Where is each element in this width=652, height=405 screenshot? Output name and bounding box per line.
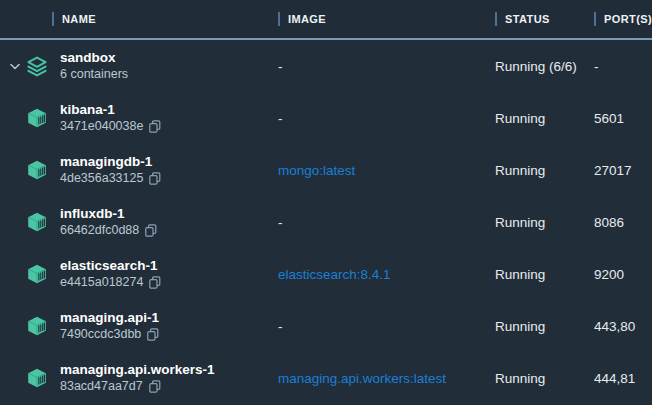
container-name: managing.api.workers-1 [60,362,215,378]
container-id: 83acd47aa7d7 [60,378,143,394]
column-header-image-label: IMAGE [288,13,326,25]
name-cell: elasticsearch-1 e4415a018274 [0,248,270,300]
container-id: 7490ccdc3dbb [60,326,141,342]
expand-toggle[interactable] [6,63,26,70]
ports-cell: - [586,40,652,92]
status-cell: Running (6/6) [487,40,586,92]
ports-cell: 8086 [586,196,652,248]
container-icon [26,108,48,128]
container-count: 6 containers [60,66,128,82]
container-icon [26,160,48,180]
table-row-managing-api-workers-1[interactable]: managing.api.workers-1 83acd47aa7d7 mana… [0,352,652,404]
column-header-name-label: NAME [62,13,96,25]
table-row-managing-api-1[interactable]: managing.api-1 7490ccdc3dbb - Running 44… [0,300,652,352]
column-header-ports[interactable]: PORT(S) [586,0,652,38]
image-link[interactable]: managing.api.workers:latest [270,352,487,404]
status-cell: Running [487,144,586,196]
image-cell: - [270,196,487,248]
chevron-down-icon [10,63,20,70]
status-cell: Running [487,248,586,300]
image-cell: - [270,300,487,352]
ports-cell: 9200 [586,248,652,300]
ports-cell: 444,81 [586,352,652,404]
column-header-image[interactable]: IMAGE [270,0,487,38]
copy-icon[interactable] [149,380,162,393]
container-icon [26,264,48,284]
ports-cell: 443,80 [586,300,652,352]
container-icon [26,316,48,336]
copy-icon[interactable] [147,328,160,341]
copy-icon[interactable] [149,276,162,289]
container-id: 3471e040038e [60,118,143,134]
column-separator [495,12,497,26]
table-row-managingdb-1[interactable]: managingdb-1 4de356a33125 mongo:latest R… [0,144,652,196]
container-id: 4de356a33125 [60,170,143,186]
container-icon [26,368,48,388]
ports-cell: 27017 [586,144,652,196]
column-header-name[interactable]: NAME [0,0,270,38]
name-cell: sandbox 6 containers [0,40,270,92]
status-cell: Running [487,300,586,352]
table-header: NAME IMAGE STATUS PORT(S) [0,0,652,40]
ports-cell: 5601 [586,92,652,144]
status-cell: Running [487,352,586,404]
table-row-elasticsearch-1[interactable]: elasticsearch-1 e4415a018274 elasticsear… [0,248,652,300]
container-name: managingdb-1 [60,154,162,170]
copy-icon[interactable] [145,224,158,237]
column-separator [52,12,54,26]
name-cell: managing.api-1 7490ccdc3dbb [0,300,270,352]
copy-icon[interactable] [149,120,162,133]
column-separator [594,12,596,26]
containers-table: NAME IMAGE STATUS PORT(S) sandbox 6 cont… [0,0,652,405]
name-cell: managing.api.workers-1 83acd47aa7d7 [0,352,270,404]
container-name: kibana-1 [60,102,162,118]
container-icon [26,212,48,232]
container-name: sandbox [60,50,128,66]
container-name: managing.api-1 [60,310,160,326]
column-header-status-label: STATUS [505,13,550,25]
column-header-ports-label: PORT(S) [604,13,652,25]
table-row-kibana-1[interactable]: kibana-1 3471e040038e - Running 5601 [0,92,652,144]
image-link[interactable]: mongo:latest [270,144,487,196]
container-id: 66462dfc0d88 [60,222,139,238]
table-row-sandbox[interactable]: sandbox 6 containers - Running (6/6) - [0,40,652,92]
table-row-influxdb-1[interactable]: influxdb-1 66462dfc0d88 - Running 8086 [0,196,652,248]
container-id: e4415a018274 [60,274,143,290]
column-separator [278,12,280,26]
name-cell: influxdb-1 66462dfc0d88 [0,196,270,248]
copy-icon[interactable] [149,172,162,185]
container-name: elasticsearch-1 [60,258,162,274]
column-header-status[interactable]: STATUS [487,0,586,38]
name-cell: managingdb-1 4de356a33125 [0,144,270,196]
stack-icon [26,56,48,77]
container-name: influxdb-1 [60,206,158,222]
name-cell: kibana-1 3471e040038e [0,92,270,144]
image-cell: - [270,40,487,92]
image-link[interactable]: elasticsearch:8.4.1 [270,248,487,300]
image-cell: - [270,92,487,144]
status-cell: Running [487,196,586,248]
status-cell: Running [487,92,586,144]
